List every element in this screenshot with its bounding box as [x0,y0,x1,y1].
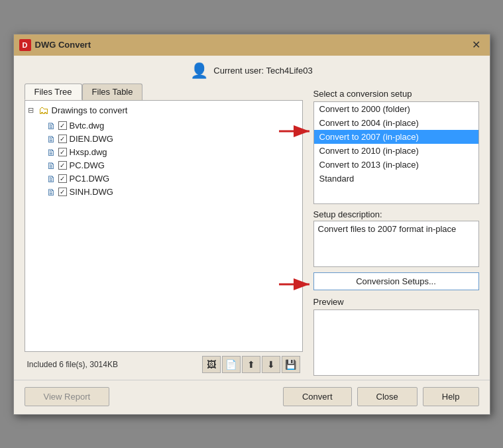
user-icon: 👤 [190,62,208,80]
checkbox-sinh[interactable]: ✓ [58,188,67,196]
checkbox-pc1[interactable]: ✓ [58,174,67,183]
conversion-item-2010[interactable]: Convert to 2010 (in-place) [314,144,478,158]
list-item: 🗎 ✓ Bvtc.dwg [46,119,300,133]
checkbox-pc[interactable]: ✓ [58,161,67,170]
save-button[interactable]: 💾 [282,356,300,373]
status-text: Included 6 file(s), 3014KB [27,360,118,369]
file-label-bvtc: Bvtc.dwg [70,121,105,131]
title-bar: D DWG Convert ✕ [14,34,490,56]
toolbar-icons: 🖼 📄 ⬆ ⬇ 💾 [202,356,300,373]
title-bar-left: D DWG Convert [19,39,91,51]
tab-files-table[interactable]: Files Table [82,84,143,100]
list-item: 🗎 ✓ DIEN.DWG [46,133,300,146]
setup-desc-box: Convert files to 2007 format in-place [313,221,479,267]
move-up-button[interactable]: ⬆ [242,356,260,373]
file-icon: 🗎 [46,187,56,197]
checkbox-dien[interactable]: ✓ [58,135,67,143]
tab-bar: Files Tree Files Table [25,84,303,100]
files-tree-container: ⊟ 🗂 Drawings to convert 🗎 ✓ Bvtc.dwg 🗎 ✓… [25,100,303,352]
add-files-button[interactable]: 🖼 [202,356,221,373]
list-item: 🗎 ✓ SINH.DWG [46,186,300,199]
tree-root-label: Drawings to convert [52,105,128,115]
file-label-hxsp: Hxsp.dwg [70,147,107,157]
tab-files-tree[interactable]: Files Tree [25,84,82,100]
app-icon: D [19,39,31,51]
main-content: Files Tree Files Table ⊟ 🗂 Drawings to c… [14,84,490,376]
folder-icon: 🗂 [38,105,49,117]
preview-label: Preview [313,297,479,307]
file-icon: 🗎 [46,147,56,158]
convert-button[interactable]: Convert [283,387,352,406]
list-item: 🗎 ✓ PC.DWG [46,159,300,172]
main-window: D DWG Convert ✕ 👤 Current user: Tech4Lif… [13,34,490,415]
bottom-bar: Included 6 file(s), 3014KB 🖼 📄 ⬆ ⬇ 💾 [25,352,303,376]
help-button[interactable]: Help [423,387,479,406]
conversion-section: Convert to 2000 (folder) Convert to 2004… [313,101,479,209]
list-item: 🗎 ✓ PC1.DWG [46,172,300,186]
conversion-item-2007[interactable]: Convert to 2007 (in-place) [314,130,478,144]
file-icon: 🗎 [46,134,56,144]
current-user-label: Current user: Tech4Life03 [213,66,312,76]
left-panel: Files Tree Files Table ⊟ 🗂 Drawings to c… [25,84,303,376]
checkbox-hxsp[interactable]: ✓ [58,148,67,156]
tree-root: ⊟ 🗂 Drawings to convert [28,105,300,117]
conversion-item-2000[interactable]: Convert to 2000 (folder) [314,102,478,116]
conversion-list: Convert to 2000 (folder) Convert to 2004… [313,101,479,204]
file-label-pc1: PC1.DWG [70,174,110,184]
close-dialog-button[interactable]: Close [357,387,418,406]
close-button[interactable]: ✕ [469,37,484,53]
conversion-setups-section: Conversion Setups... [313,272,479,297]
file-label-dien: DIEN.DWG [70,134,113,144]
preview-box [313,309,479,376]
conversion-label: Select a conversion setup [313,89,479,99]
conversion-item-standard[interactable]: Standard [314,172,478,186]
footer-right: Convert Close Help [283,387,479,406]
file-icon: 🗎 [46,174,56,184]
file-label-pc: PC.DWG [70,160,105,170]
footer: View Report Convert Close Help [14,380,490,414]
list-item: 🗎 ✓ Hxsp.dwg [46,146,300,159]
conversion-item-2004[interactable]: Convert to 2004 (in-place) [314,116,478,130]
window-title: DWG Convert [35,40,91,50]
tree-expand-icon[interactable]: ⊟ [28,106,36,115]
setup-desc-label: Setup description: [313,209,479,219]
user-bar: 👤 Current user: Tech4Life03 [14,56,490,84]
conversion-setups-button[interactable]: Conversion Setups... [313,272,479,290]
move-down-button[interactable]: ⬇ [262,356,280,373]
view-report-button[interactable]: View Report [25,387,110,406]
file-icon: 🗎 [46,160,56,171]
tree-children: 🗎 ✓ Bvtc.dwg 🗎 ✓ DIEN.DWG 🗎 ✓ Hxsp.dwg [46,119,300,199]
conversion-item-2013[interactable]: Convert to 2013 (in-place) [314,158,478,172]
checkbox-bvtc[interactable]: ✓ [58,121,67,130]
file-label-sinh: SINH.DWG [70,187,113,197]
right-panel: Select a conversion setup Convert [313,84,479,376]
file-icon: 🗎 [46,121,56,131]
properties-button[interactable]: 📄 [222,356,241,373]
